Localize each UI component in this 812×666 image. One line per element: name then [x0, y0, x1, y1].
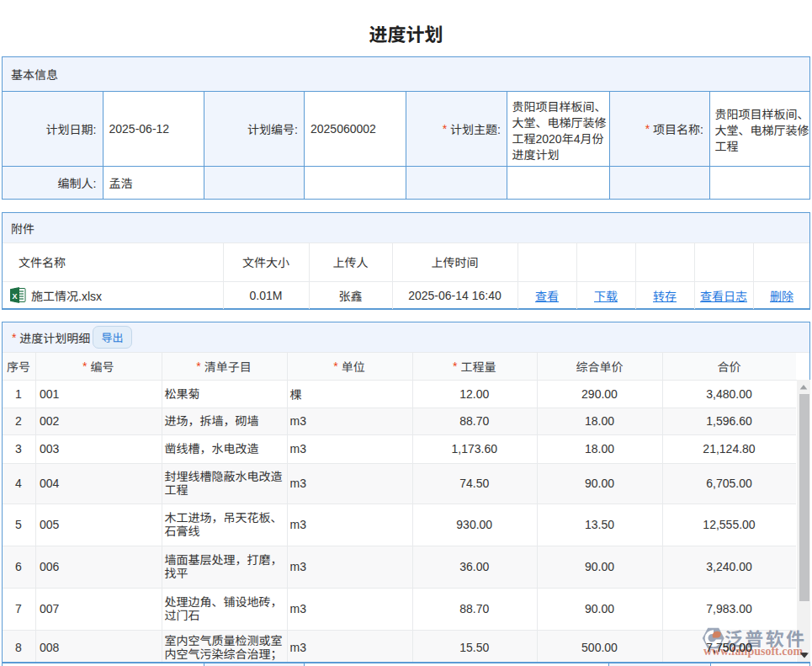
svg-text:X: X: [12, 292, 17, 301]
